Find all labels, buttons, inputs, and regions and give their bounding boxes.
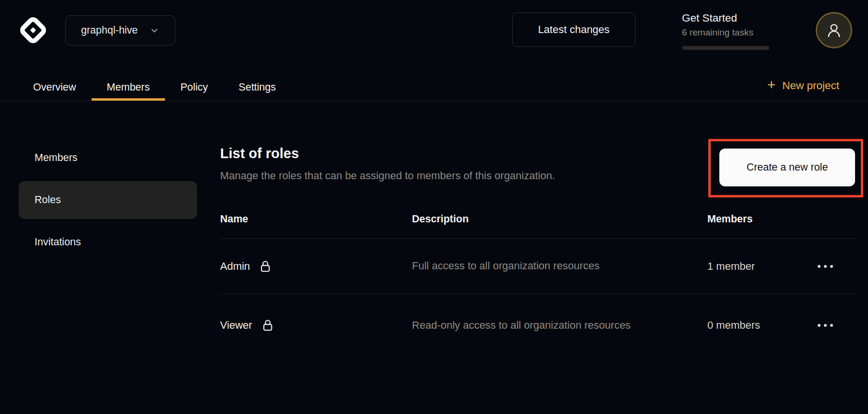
user-person-icon [825, 22, 843, 39]
tab-members[interactable]: Members [92, 69, 165, 101]
table-row-viewer[interactable]: Viewer Read-only access to all organizat… [220, 294, 858, 356]
tab-policy-label: Policy [180, 81, 208, 98]
sidebar-item-roles[interactable]: Roles [19, 181, 197, 219]
role-name: Admin [220, 260, 250, 273]
tab-members-label: Members [107, 81, 150, 98]
column-header-name: Name [220, 213, 412, 225]
organization-selector[interactable]: graphql-hive [65, 15, 176, 46]
row-menu-button[interactable] [818, 259, 858, 274]
role-description: Read-only access to all organization res… [412, 317, 652, 334]
table-row-admin[interactable]: Admin Full access to all organization re… [220, 239, 858, 294]
tab-overview-label: Overview [33, 81, 76, 98]
get-started-subtitle: 6 remaining tasks [682, 27, 769, 38]
role-name: Viewer [220, 319, 252, 332]
ellipsis-horizontal-icon [818, 324, 833, 327]
tab-policy[interactable]: Policy [165, 69, 223, 101]
roles-table: Name Description Members Admin Full acce… [220, 213, 858, 356]
roles-table-header: Name Description Members [220, 213, 858, 239]
lock-icon [258, 259, 272, 274]
column-header-description: Description [412, 213, 707, 225]
sidebar-item-invitations[interactable]: Invitations [19, 223, 197, 261]
user-avatar[interactable] [816, 12, 852, 48]
hive-logo-icon [18, 15, 48, 46]
sidebar-item-members[interactable]: Members [19, 139, 197, 177]
role-members-count: 0 members [707, 319, 818, 332]
role-description: Full access to all organization resource… [412, 258, 652, 274]
get-started-widget[interactable]: Get Started 6 remaining tasks [682, 12, 769, 50]
lock-icon [260, 318, 275, 333]
ellipsis-horizontal-icon [818, 265, 833, 268]
org-tabbar: Overview Members Policy Settings [0, 69, 868, 101]
latest-changes-label: Latest changes [538, 23, 610, 36]
get-started-progressbar [682, 46, 769, 50]
new-project-button[interactable]: + New project [767, 74, 839, 97]
row-menu-button[interactable] [818, 318, 858, 333]
tab-settings-label: Settings [239, 81, 276, 98]
organization-name: graphql-hive [81, 24, 138, 36]
get-started-title: Get Started [682, 12, 769, 24]
app-root: graphql-hive Latest changes Get Started … [0, 0, 868, 414]
role-members-count: 1 member [707, 260, 818, 273]
new-project-label: New project [782, 80, 839, 92]
chevron-down-icon [149, 25, 160, 36]
members-sidebar: Members Roles Invitations [19, 139, 197, 265]
column-header-members: Members [707, 213, 818, 225]
latest-changes-button[interactable]: Latest changes [512, 12, 635, 47]
plus-icon: + [767, 78, 776, 92]
sidebar-item-members-label: Members [35, 152, 78, 164]
tab-overview[interactable]: Overview [18, 69, 92, 101]
roles-panel: List of roles Manage the roles that can … [220, 101, 858, 414]
tab-settings[interactable]: Settings [223, 69, 292, 101]
sidebar-item-roles-label: Roles [35, 194, 61, 206]
sidebar-item-invitations-label: Invitations [35, 236, 81, 248]
create-new-role-button[interactable]: Create a new role [719, 149, 855, 186]
